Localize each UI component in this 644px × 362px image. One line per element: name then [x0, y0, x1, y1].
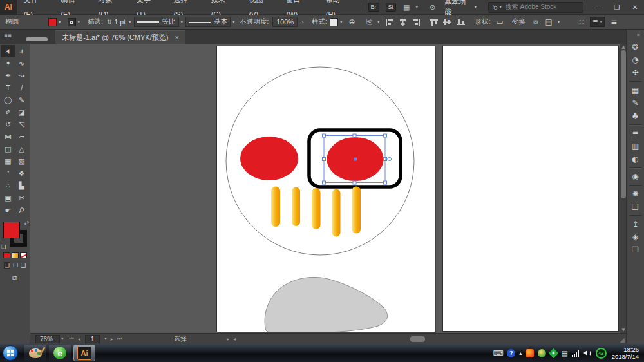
- taskbar-illustrator-app[interactable]: Ai: [73, 345, 95, 361]
- battery-indicator[interactable]: 43: [596, 348, 607, 359]
- magic-wand-tool[interactable]: ✶: [1, 57, 15, 70]
- swatches-panel-icon[interactable]: ▦: [628, 84, 643, 97]
- perspective-grid-tool[interactable]: △: [15, 143, 28, 155]
- stroke-weight-value[interactable]: 1 pt: [115, 18, 126, 26]
- rotate-tool[interactable]: ↺: [1, 119, 15, 131]
- gradient-tool[interactable]: ▧: [15, 155, 28, 167]
- menu-lines-icon[interactable]: ≡: [611, 17, 617, 26]
- align-left-icon[interactable]: [385, 19, 393, 26]
- status-arrow-right-icon[interactable]: ▸: [227, 336, 229, 342]
- volume-icon[interactable]: [583, 350, 591, 356]
- security-tray-icon[interactable]: [526, 349, 534, 357]
- expand-icon[interactable]: ›: [301, 19, 304, 25]
- zoom-tool[interactable]: ⚲: [15, 204, 28, 216]
- artboard-2[interactable]: [443, 46, 618, 331]
- taskbar-browser-app[interactable]: e: [49, 345, 71, 361]
- resize-grip-icon[interactable]: ◢: [620, 336, 625, 343]
- preferences-globe-icon[interactable]: ⊕: [348, 17, 355, 26]
- gradient-button[interactable]: [12, 252, 19, 258]
- opacity-value[interactable]: 100%: [272, 17, 298, 27]
- style-swatch[interactable]: [330, 18, 338, 26]
- artboard-number-value[interactable]: 1: [85, 335, 100, 343]
- scroll-down-icon[interactable]: ▼: [621, 327, 626, 332]
- taskbar-clock[interactable]: 18:26 2018/7/14: [612, 346, 639, 360]
- restore-button[interactable]: ❐: [608, 0, 626, 15]
- network-globe-icon[interactable]: [538, 349, 546, 357]
- symbol-sprayer-tool[interactable]: ∴: [1, 180, 15, 192]
- layers-panel-icon[interactable]: ◈: [628, 231, 643, 243]
- transparency-panel-icon[interactable]: ◐: [628, 153, 643, 166]
- color-panel-icon[interactable]: ❂: [628, 41, 643, 53]
- graphic-styles-panel-icon[interactable]: ❑: [628, 200, 643, 213]
- shape-builder-tool[interactable]: ◫: [1, 143, 15, 155]
- pen-tool[interactable]: ✒: [1, 70, 15, 82]
- stock-button[interactable]: St: [386, 3, 397, 12]
- mesh-tool[interactable]: ▦: [1, 155, 15, 167]
- canvas-area[interactable]: ▲ ▼: [30, 44, 626, 333]
- first-artboard-icon[interactable]: ⏮: [70, 336, 74, 342]
- eraser-tool[interactable]: ◪: [15, 106, 28, 119]
- brush-definition-dropdown[interactable]: 基本: [185, 17, 231, 27]
- show-hidden-icons[interactable]: ▴: [519, 350, 522, 356]
- minimize-button[interactable]: –: [590, 0, 608, 15]
- document-setup-icon[interactable]: ⎘: [366, 17, 372, 26]
- align-right-icon[interactable]: [412, 19, 421, 26]
- drawing-mode-0[interactable]: ❏: [4, 262, 10, 269]
- selection-tool[interactable]: ➤: [1, 45, 15, 57]
- dock-collapse-icon[interactable]: «: [636, 32, 644, 38]
- align-top-icon[interactable]: [430, 19, 438, 26]
- symbols-panel-icon[interactable]: ♣: [628, 110, 643, 122]
- vertical-scrollbar[interactable]: ▲ ▼: [620, 44, 626, 333]
- color-button[interactable]: [3, 252, 10, 258]
- blend-tool[interactable]: ❖: [15, 167, 28, 180]
- horizontal-scrollbar-thumb[interactable]: [410, 336, 425, 342]
- color-guide-panel-icon[interactable]: ◔: [628, 53, 643, 66]
- appearance-panel-icon[interactable]: ✺: [628, 187, 643, 200]
- vertical-scrollbar-thumb[interactable]: [621, 50, 626, 198]
- shape-properties-icon[interactable]: ▭: [497, 17, 504, 26]
- scroll-up-icon[interactable]: ▲: [621, 44, 626, 50]
- scale-tool[interactable]: ◹: [15, 119, 28, 131]
- fill-proxy-swatch[interactable]: [3, 222, 20, 238]
- artboard-1[interactable]: [217, 46, 435, 332]
- direct-selection-tool[interactable]: ➢: [15, 45, 28, 57]
- pencil-tool[interactable]: ✐: [1, 106, 15, 119]
- previous-artboard-icon[interactable]: ◂: [78, 336, 80, 342]
- free-transform-tool[interactable]: ▱: [15, 131, 28, 143]
- eyedropper-tool[interactable]: ❜: [1, 167, 15, 180]
- keyboard-input-icon[interactable]: ⌨: [493, 349, 503, 357]
- drawing-mode-1[interactable]: ❐: [13, 262, 18, 269]
- panel-options-button[interactable]: ≣ ▾: [590, 17, 605, 27]
- curvature-tool[interactable]: ↝: [15, 70, 28, 82]
- type-tool[interactable]: T: [1, 82, 15, 94]
- stock-search-input[interactable]: ⚲ ▾ 搜索 Adobe Stock: [488, 2, 583, 13]
- document-tab[interactable]: 未标题-1.ai* @ 76% (CMYK/预览) ×: [55, 30, 185, 44]
- align-center-horizontal-icon[interactable]: [399, 19, 407, 26]
- close-button[interactable]: ✕: [626, 0, 644, 15]
- arrange-documents-icon[interactable]: ▦: [403, 3, 410, 12]
- stroke-stepper[interactable]: ⇅: [107, 19, 112, 25]
- gradient-panel-icon[interactable]: ▥: [628, 140, 643, 153]
- signal-strength-icon[interactable]: [572, 350, 580, 357]
- artboards-panel-icon[interactable]: ❐: [628, 243, 643, 256]
- stroke-color-swatch[interactable]: [68, 18, 76, 26]
- recolor-artwork-icon[interactable]: ✣: [628, 66, 643, 79]
- brushes-panel-icon[interactable]: ✎: [628, 97, 643, 110]
- touch-workspace-icon[interactable]: ⊘: [430, 3, 435, 12]
- column-graph-tool[interactable]: ▙: [15, 180, 28, 192]
- grid-options-icon[interactable]: ∷: [579, 17, 584, 26]
- last-artboard-icon[interactable]: ⏭: [117, 336, 122, 342]
- tool-panel-collapse[interactable]: ▪▪: [4, 32, 12, 39]
- lasso-tool[interactable]: ∿: [15, 57, 28, 70]
- next-artboard-icon[interactable]: ▸: [111, 336, 113, 342]
- screen-mode-button[interactable]: ⧉: [12, 274, 17, 282]
- sync-tray-icon[interactable]: ✦: [549, 348, 559, 358]
- fill-color-swatch[interactable]: [48, 18, 57, 26]
- asset-export-panel-icon[interactable]: ↥: [628, 218, 643, 231]
- drawing-mode-2[interactable]: ❑: [21, 262, 26, 269]
- start-button[interactable]: [3, 345, 18, 361]
- help-tray-icon[interactable]: ?: [507, 349, 515, 357]
- paintbrush-tool[interactable]: ✎: [15, 94, 28, 106]
- gray-blob-shape[interactable]: [265, 277, 387, 332]
- align-bottom-icon[interactable]: [457, 19, 465, 26]
